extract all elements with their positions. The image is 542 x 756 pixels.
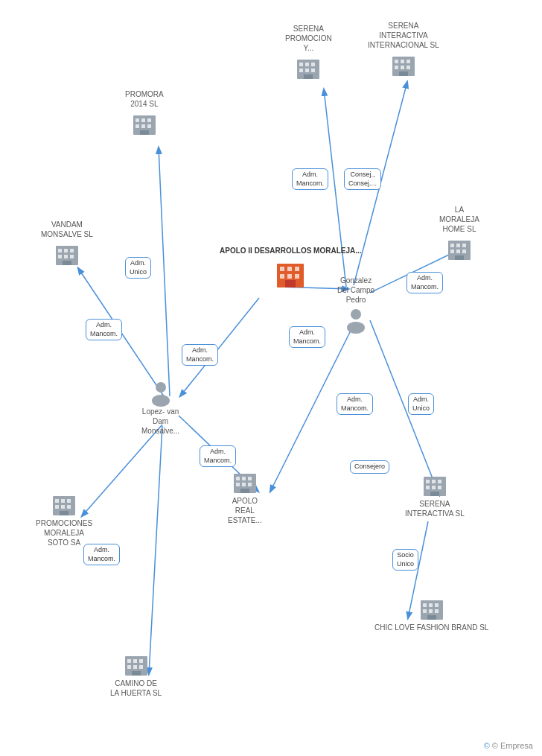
svg-rect-88 bbox=[240, 489, 249, 493]
node-camino-huerta: CAMINO DELA HUERTA SL bbox=[110, 652, 162, 700]
svg-rect-87 bbox=[248, 483, 252, 486]
svg-rect-35 bbox=[70, 255, 74, 258]
badge-adm-mancom-lopez: Adm.Mancom. bbox=[200, 445, 236, 467]
badge-adm-unico-1: Adm.Unico bbox=[125, 257, 151, 279]
svg-rect-47 bbox=[401, 60, 404, 63]
building-icon-camino bbox=[123, 652, 150, 679]
svg-rect-46 bbox=[395, 60, 398, 63]
svg-rect-84 bbox=[248, 477, 252, 480]
svg-rect-83 bbox=[242, 477, 246, 480]
svg-rect-92 bbox=[438, 480, 441, 483]
node-promociones-moraleja: PROMOCIONESMORALEJASOTO SA bbox=[36, 492, 92, 550]
svg-rect-70 bbox=[61, 505, 65, 509]
svg-rect-15 bbox=[287, 267, 292, 271]
node-serena-interactiva-sl: SERENAINTERACTIVA SL bbox=[405, 472, 465, 521]
svg-rect-23 bbox=[141, 118, 145, 122]
badge-adm-mancom-apolo2-1: Adm.Mancom. bbox=[182, 344, 218, 366]
svg-rect-17 bbox=[280, 274, 284, 279]
watermark-text: © Empresa bbox=[492, 741, 533, 750]
svg-rect-101 bbox=[423, 609, 427, 613]
svg-rect-93 bbox=[426, 486, 430, 489]
svg-rect-68 bbox=[67, 499, 71, 503]
badge-adm-mancom-vandam: Adm.Mancom. bbox=[86, 319, 122, 340]
svg-rect-57 bbox=[450, 250, 454, 253]
person-icon-gonzalez bbox=[342, 307, 369, 334]
building-icon-apolo2 bbox=[274, 258, 307, 290]
arrows-svg bbox=[0, 0, 542, 756]
svg-point-61 bbox=[351, 309, 361, 320]
node-gonzalez: GonzalezDel CampoPedro bbox=[337, 276, 374, 334]
svg-rect-60 bbox=[455, 255, 464, 260]
badge-adm-mancom-lamoraleja: Adm.Mancom. bbox=[406, 272, 443, 293]
badge-adm-mancom-gonzalez: Adm.Mancom. bbox=[289, 326, 325, 348]
svg-rect-79 bbox=[139, 665, 143, 669]
badge-consejero: Consejero bbox=[350, 460, 389, 474]
svg-rect-22 bbox=[136, 118, 139, 122]
svg-rect-100 bbox=[435, 603, 439, 607]
svg-rect-75 bbox=[133, 659, 137, 663]
badge-socio-unico: SocioUnico bbox=[392, 549, 418, 571]
badge-adm-mancom-promociones: Adm.Mancom. bbox=[83, 544, 120, 565]
svg-rect-66 bbox=[55, 499, 59, 503]
svg-rect-91 bbox=[432, 480, 436, 483]
svg-rect-102 bbox=[429, 609, 433, 613]
svg-rect-85 bbox=[236, 483, 240, 486]
svg-line-0 bbox=[159, 147, 170, 396]
building-icon-serena-promo bbox=[295, 55, 322, 82]
svg-rect-33 bbox=[58, 255, 62, 258]
svg-rect-52 bbox=[399, 72, 408, 76]
badge-consej-consej: Consej.,Consej.... bbox=[344, 168, 381, 190]
svg-rect-41 bbox=[299, 69, 303, 72]
svg-rect-43 bbox=[311, 69, 315, 72]
svg-rect-40 bbox=[311, 63, 315, 66]
svg-rect-103 bbox=[435, 609, 439, 613]
svg-rect-51 bbox=[406, 66, 410, 69]
svg-rect-58 bbox=[456, 250, 460, 253]
building-icon-chiclove bbox=[418, 596, 445, 623]
svg-rect-94 bbox=[432, 486, 436, 489]
node-serena-promocion: SERENAPROMOCIONY... bbox=[285, 24, 332, 82]
svg-rect-39 bbox=[305, 63, 309, 66]
svg-rect-67 bbox=[61, 499, 65, 503]
svg-rect-30 bbox=[58, 249, 62, 252]
svg-rect-90 bbox=[426, 480, 430, 483]
node-vandam: VANDAMMONSALVE SL bbox=[41, 220, 93, 268]
svg-rect-42 bbox=[305, 69, 309, 72]
svg-point-64 bbox=[152, 395, 170, 407]
svg-rect-95 bbox=[438, 486, 441, 489]
svg-rect-25 bbox=[136, 124, 139, 128]
svg-rect-98 bbox=[423, 603, 427, 607]
svg-rect-74 bbox=[127, 659, 131, 663]
svg-rect-99 bbox=[429, 603, 433, 607]
svg-rect-14 bbox=[280, 267, 284, 271]
svg-rect-18 bbox=[287, 274, 292, 279]
svg-rect-69 bbox=[55, 505, 59, 509]
svg-rect-20 bbox=[285, 280, 296, 288]
svg-rect-82 bbox=[236, 477, 240, 480]
svg-line-2 bbox=[82, 425, 162, 516]
svg-rect-26 bbox=[141, 124, 145, 128]
node-promora2014: PROMORA2014 SL bbox=[125, 89, 164, 138]
svg-rect-16 bbox=[295, 267, 299, 271]
person-icon-lopez bbox=[147, 380, 174, 407]
svg-rect-71 bbox=[67, 505, 71, 509]
building-icon-serena-sl bbox=[421, 472, 448, 499]
node-chic-love: CHIC LOVE FASHION BRAND SL bbox=[374, 596, 488, 635]
svg-rect-96 bbox=[430, 492, 439, 496]
building-icon-apolo-real bbox=[232, 469, 258, 496]
svg-rect-76 bbox=[139, 659, 143, 663]
badge-adm-unico-2: Adm.Unico bbox=[408, 393, 434, 415]
building-icon-promora bbox=[131, 111, 158, 138]
svg-rect-56 bbox=[462, 244, 466, 247]
badge-adm-mancom-apolo-real: Adm.Mancom. bbox=[337, 393, 373, 415]
svg-rect-27 bbox=[147, 124, 151, 128]
copyright-symbol: © bbox=[484, 741, 490, 750]
node-apolo-real-estate: APOLOREALESTATE... bbox=[228, 469, 262, 527]
svg-point-62 bbox=[347, 322, 365, 334]
building-icon-vandam bbox=[54, 241, 80, 268]
svg-rect-38 bbox=[299, 63, 303, 66]
building-icon-promoc-moraleja bbox=[51, 492, 77, 518]
svg-point-63 bbox=[156, 382, 166, 393]
svg-rect-54 bbox=[450, 244, 454, 247]
svg-rect-59 bbox=[462, 250, 466, 253]
